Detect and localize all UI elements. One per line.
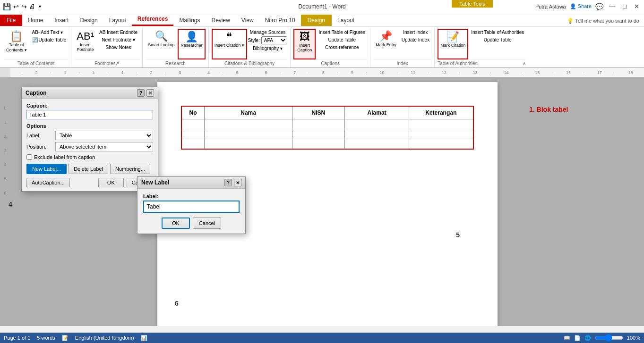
user-name: Putra Astawa — [535, 4, 566, 9]
smart-lookup-button[interactable]: 🔍 Smart Lookup — [146, 29, 177, 59]
newlabel-cancel-button[interactable]: Cancel — [193, 218, 221, 229]
insert-endnote-button[interactable]: AB Insert Endnote — [97, 29, 139, 36]
tab-design-table[interactable]: Design — [301, 15, 332, 26]
insert-index-button[interactable]: Insert Index — [400, 29, 432, 36]
new-label-button[interactable]: New Label... — [26, 164, 67, 174]
numbering-button[interactable]: Numbering... — [110, 164, 150, 174]
col-no: No — [181, 106, 205, 119]
tab-references[interactable]: References — [132, 13, 174, 26]
authorities-collapse-icon[interactable]: ∧ — [523, 61, 526, 66]
group-label-research: Research — [146, 59, 206, 66]
position-select[interactable]: Above selected item Below selected item — [55, 142, 153, 151]
group-citations: ❝ Insert Citation ▾ Manage Sources Style… — [209, 28, 291, 67]
tab-layout[interactable]: Layout — [103, 15, 132, 26]
newlabel-close-btn[interactable]: ✕ — [234, 179, 241, 186]
tab-view[interactable]: View — [236, 15, 259, 26]
group-label-toc: Table of Contents — [4, 59, 68, 66]
exclude-label-checkbox[interactable] — [26, 154, 32, 160]
newlabel-input[interactable] — [143, 201, 240, 213]
insert-citation-button[interactable]: ❝ Insert Citation ▾ — [212, 29, 247, 59]
table-row — [181, 119, 473, 129]
share-icon[interactable]: 👤 Share — [570, 3, 592, 9]
col-nama: Nama — [205, 106, 292, 119]
tab-review[interactable]: Review — [206, 15, 236, 26]
mark-entry-button[interactable]: 📌 Mark Entry — [373, 29, 399, 59]
group-table-of-contents: 📋 Table ofContents ▾ AB¹ Add Text ▾ 🔄 Up… — [1, 28, 71, 67]
manage-sources-button[interactable]: Manage Sources — [248, 29, 288, 36]
close-btn[interactable]: ✕ — [632, 3, 641, 10]
newlabel-help-btn[interactable]: ? — [224, 179, 232, 186]
newlabel-dialog-title[interactable]: New Label ? ✕ — [137, 177, 245, 189]
tab-layout-table[interactable]: Layout — [332, 15, 360, 26]
group-index: 📌 Mark Entry Insert Index Update Index I… — [370, 28, 435, 67]
update-table-toc-button[interactable]: 🔄 Update Table — [30, 36, 69, 43]
tab-home[interactable]: Home — [22, 15, 49, 26]
insert-footnote-button[interactable]: AB¹ InsertFootnote — [74, 29, 96, 53]
group-captions: 🖼 InsertCaption Insert Table of Figures … — [291, 28, 370, 67]
print-icon[interactable]: 🖨 — [29, 3, 35, 10]
delete-label-button[interactable]: Delete Label — [69, 164, 108, 174]
redo-icon[interactable]: ↪ — [21, 3, 27, 10]
group-label-authorities: Table of Authorities ∧ — [438, 59, 526, 66]
save-icon[interactable]: 💾 — [3, 3, 11, 10]
caption-dialog-title[interactable]: Caption ? ✕ — [22, 87, 158, 99]
update-index-button[interactable]: Update Index — [400, 36, 432, 43]
caption-ok-button[interactable]: OK — [98, 178, 124, 187]
mark-entry-icon: 📌 — [379, 30, 392, 42]
step6-label: 6 — [175, 300, 179, 307]
insert-caption-button[interactable]: 🖼 InsertCaption — [293, 29, 316, 59]
caption-input[interactable] — [26, 110, 153, 119]
update-table-captions-button[interactable]: Update Table — [317, 36, 367, 43]
label-label: Label: — [26, 133, 52, 138]
caption-help-btn[interactable]: ? — [137, 89, 145, 97]
minimize-btn[interactable]: — — [607, 3, 617, 10]
group-label-citations: Citations & Bibliography — [212, 59, 288, 66]
tab-insert[interactable]: Insert — [49, 15, 74, 26]
cross-reference-button[interactable]: Cross-reference — [317, 44, 367, 51]
qat-dropdown-icon[interactable]: ▼ — [38, 4, 42, 9]
show-notes-button[interactable]: Show Notes — [97, 44, 139, 51]
tab-nitro[interactable]: Nitro Pro 10 — [259, 15, 301, 26]
footnotes-expand-icon[interactable]: ↗ — [115, 61, 119, 66]
tab-mailings[interactable]: Mailings — [173, 15, 206, 26]
tell-me-input[interactable]: 💡 Tell me what you want to do — [562, 16, 644, 26]
exclude-label-text: Exclude label from caption — [34, 154, 95, 160]
toc-button[interactable]: 📋 Table ofContents ▾ — [4, 29, 29, 54]
window-title: Document1 - Word — [298, 3, 345, 10]
label-select[interactable]: Table Figure — [55, 131, 153, 140]
insert-caption-icon: 🖼 — [300, 31, 310, 43]
undo-icon[interactable]: ↩ — [13, 3, 19, 10]
add-text-button[interactable]: AB¹ Add Text ▾ — [30, 29, 69, 36]
col-nisn: NISN — [292, 106, 344, 119]
table-tools-bar: Table Tools — [452, 0, 493, 8]
next-footnote-button[interactable]: Next Footnote ▾ — [97, 36, 139, 43]
insert-authorities-button[interactable]: Insert Table of Authorities — [469, 29, 526, 36]
autocaption-button[interactable]: AutoCaption... — [26, 178, 70, 187]
comment-icon[interactable]: 💬 — [595, 3, 603, 10]
maximize-btn[interactable]: □ — [621, 3, 628, 10]
tab-file[interactable]: File — [0, 15, 22, 26]
researcher-button[interactable]: 👤 Researcher — [178, 29, 206, 59]
mark-citation-button[interactable]: 📝 Mark Citation — [438, 29, 468, 59]
style-select[interactable]: APA MLA — [261, 36, 287, 44]
group-label-captions: Captions — [293, 59, 367, 66]
footnote-icon: AB¹ — [77, 30, 94, 42]
caption-dialog: Caption ? ✕ Caption: Options Label: Tabl… — [21, 87, 158, 192]
position-label: Position: — [26, 144, 52, 150]
insert-table-figures-button[interactable]: Insert Table of Figures — [317, 29, 367, 36]
tab-design[interactable]: Design — [74, 15, 103, 26]
smart-lookup-icon: 🔍 — [155, 30, 168, 42]
update-table-icon: 🔄 — [32, 37, 38, 42]
bibliography-button[interactable]: Bibliography ▾ — [248, 45, 288, 52]
newlabel-ok-button[interactable]: OK — [162, 218, 190, 229]
step4-label: 4 — [9, 201, 12, 208]
caption-close-btn[interactable]: ✕ — [146, 89, 154, 97]
step5-label: 5 — [456, 231, 460, 239]
mark-citation-icon: 📝 — [447, 31, 459, 43]
update-authorities-button[interactable]: Update Table — [469, 36, 526, 43]
table-row — [181, 139, 473, 150]
col-alamat: Alamat — [345, 106, 409, 119]
group-footnotes: AB¹ InsertFootnote AB Insert Endnote Nex… — [71, 28, 143, 67]
endnote-icon: AB — [99, 30, 105, 35]
col-keterangan: Keterangan — [409, 106, 473, 119]
